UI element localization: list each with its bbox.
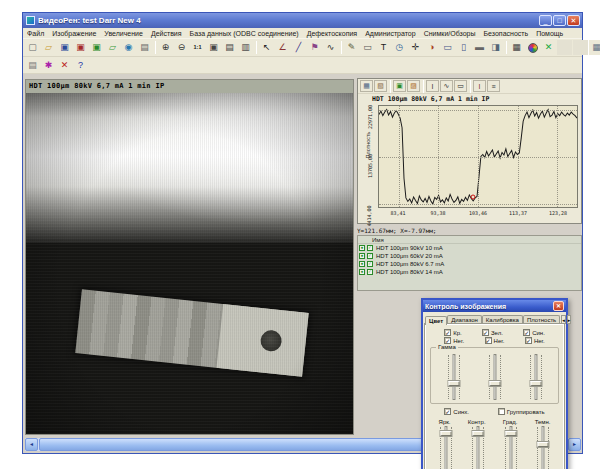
negative-checkbox-2[interactable]: ✓Нег.	[525, 337, 545, 344]
save-red-icon[interactable]: ▣	[73, 40, 88, 55]
new-file-icon[interactable]: ▢	[25, 40, 40, 55]
clock-icon[interactable]: ◷	[392, 40, 407, 55]
pointer-icon[interactable]: ↖	[259, 40, 274, 55]
region-icon[interactable]: ▭	[360, 40, 375, 55]
flag-icon[interactable]: ⚑	[307, 40, 322, 55]
minimize-button[interactable]: _	[539, 15, 552, 26]
blank-slot2-icon[interactable]	[573, 40, 588, 55]
minus-icon[interactable]: ▬	[472, 40, 487, 55]
slider-thumb[interactable]	[441, 431, 452, 436]
line-measure-icon[interactable]: ╱	[291, 40, 306, 55]
paste-region-icon[interactable]: ▯	[456, 40, 471, 55]
slider-thumb[interactable]	[448, 381, 459, 386]
menu-item-6[interactable]: Администратор	[361, 30, 420, 37]
print-icon[interactable]: ▤	[137, 40, 152, 55]
contrast-icon[interactable]: ◑	[424, 40, 439, 55]
channel-checkbox-Кр.[interactable]: ✓Кр.	[444, 329, 462, 336]
menu-item-0[interactable]: Файл	[23, 30, 48, 37]
adjust-slider-Ярк.[interactable]	[436, 425, 456, 469]
adjust-slider-Контр.[interactable]	[468, 425, 488, 469]
close-button[interactable]: ✕	[567, 15, 580, 26]
tab-scroll-right-icon[interactable]: ▸	[567, 315, 572, 324]
angle-measure-icon[interactable]: ∠	[275, 40, 290, 55]
menu-item-8[interactable]: Безопасность	[479, 30, 532, 37]
slider-thumb[interactable]	[489, 381, 500, 386]
dialog-title-bar[interactable]: Контроль изображения ✕	[423, 300, 566, 312]
tile-horizontal-icon[interactable]: ▤	[222, 40, 237, 55]
visibility-icon[interactable]: ●	[359, 261, 365, 267]
gamma-slider-2[interactable]	[526, 353, 546, 401]
option-checkbox-Синх.[interactable]: ✓Синх.	[444, 408, 469, 415]
slider-thumb[interactable]	[537, 442, 548, 447]
info-icon[interactable]: ◨	[488, 40, 503, 55]
scroll-left-icon[interactable]: ◂	[25, 438, 38, 451]
plot-profile-icon[interactable]: ∿	[440, 80, 453, 92]
page-preview-icon[interactable]: ▤	[25, 58, 40, 73]
tab-Диапазон[interactable]: Диапазон	[447, 315, 482, 324]
xray-image[interactable]	[26, 93, 353, 434]
menu-item-1[interactable]: Изображение	[48, 30, 100, 37]
plot-area[interactable]	[378, 105, 578, 208]
plot-levels-icon[interactable]: ≡	[487, 80, 500, 92]
menu-item-3[interactable]: Действия	[147, 30, 186, 37]
menu-item-2[interactable]: Увеличение	[100, 30, 147, 37]
tab-Цвет[interactable]: Цвет	[425, 316, 447, 325]
blank-slot-icon[interactable]	[557, 40, 572, 55]
plot-save-icon[interactable]: ▣	[393, 80, 406, 92]
checkbox[interactable]: ✓	[523, 329, 530, 336]
tile-vertical-icon[interactable]: ▥	[238, 40, 253, 55]
list-item[interactable]: ●✓HDT 100μm 80kV 14 mA	[358, 268, 581, 276]
list-item[interactable]: ●✓HDT 100μm 60kV 20 mA	[358, 252, 581, 260]
menu-item-9[interactable]: Помощь	[532, 30, 567, 37]
fit-screen-icon[interactable]: ▣	[206, 40, 221, 55]
grid-icon[interactable]: ▦	[589, 40, 600, 55]
slider-thumb[interactable]	[530, 381, 541, 386]
pencil-icon[interactable]: ✎	[344, 40, 359, 55]
menu-item-4[interactable]: База данных (ODBC соединение)	[186, 30, 303, 37]
gamma-slider-0[interactable]	[444, 353, 464, 401]
checkbox[interactable]: ✓	[482, 329, 489, 336]
plot-marker-icon[interactable]: I	[473, 80, 486, 92]
globe-icon[interactable]: ◉	[121, 40, 136, 55]
maximize-button[interactable]: □	[553, 15, 566, 26]
crosshair-icon[interactable]: ✛	[408, 40, 423, 55]
tab-Калибровка[interactable]: Калибровка	[482, 315, 523, 324]
text-tool-icon[interactable]: T	[376, 40, 391, 55]
checkbox[interactable]: ✓	[444, 408, 451, 415]
visibility-icon[interactable]: ●	[359, 269, 365, 275]
list-item[interactable]: ●✓HDT 100μm 80kV 6.7 mA	[358, 260, 581, 268]
scroll-right-icon[interactable]: ▸	[568, 438, 581, 451]
actual-size-icon[interactable]: 1:1	[190, 40, 205, 55]
plot-cursor-icon[interactable]: I	[426, 80, 439, 92]
adjust-slider-Темн.[interactable]	[533, 425, 553, 469]
profile-tool-icon[interactable]: ∿	[323, 40, 338, 55]
checkbox[interactable]: ✓	[525, 337, 532, 344]
menu-item-7[interactable]: Снимки/Обзоры	[420, 30, 480, 37]
plot-palette-icon[interactable]: ▨	[407, 80, 420, 92]
list-item[interactable]: ●✓HDT 100μm 90kV 10 mA	[358, 244, 581, 252]
film-icon[interactable]: ▦	[509, 40, 524, 55]
plot-marker-point[interactable]	[471, 194, 476, 199]
slider-thumb[interactable]	[505, 431, 516, 436]
slider-thumb[interactable]	[473, 431, 484, 436]
open-folder-icon[interactable]: ▱	[41, 40, 56, 55]
checkbox[interactable]: ✓	[485, 337, 492, 344]
plot-range-icon[interactable]: ▭	[454, 80, 467, 92]
plot-chart-icon[interactable]: ▧	[374, 80, 387, 92]
checkbox[interactable]: ✓	[444, 337, 451, 344]
negative-checkbox-0[interactable]: ✓Нег.	[444, 337, 464, 344]
plot-table-icon[interactable]: ▦	[360, 80, 373, 92]
zoom-out-icon[interactable]: ⊖	[174, 40, 189, 55]
color-channels-icon[interactable]: ✕	[541, 40, 556, 55]
defect-tool-icon[interactable]: ✱	[41, 58, 56, 73]
option-checkbox-Группировать[interactable]: Группировать	[498, 408, 545, 415]
help-icon[interactable]: ?	[73, 58, 88, 73]
channel-checkbox-Син.[interactable]: ✓Син.	[523, 329, 545, 336]
copy-region-icon[interactable]: ▭	[440, 40, 455, 55]
adjust-slider-Град.[interactable]	[501, 425, 521, 469]
title-bar[interactable]: ВидеоРен: test Darr New 4 _□✕	[23, 13, 582, 28]
tab-Плотность[interactable]: Плотность	[523, 315, 560, 324]
dialog-close-icon[interactable]: ✕	[553, 301, 564, 311]
negative-checkbox-1[interactable]: ✓Нег.	[485, 337, 505, 344]
checkbox[interactable]: ✓	[444, 329, 451, 336]
